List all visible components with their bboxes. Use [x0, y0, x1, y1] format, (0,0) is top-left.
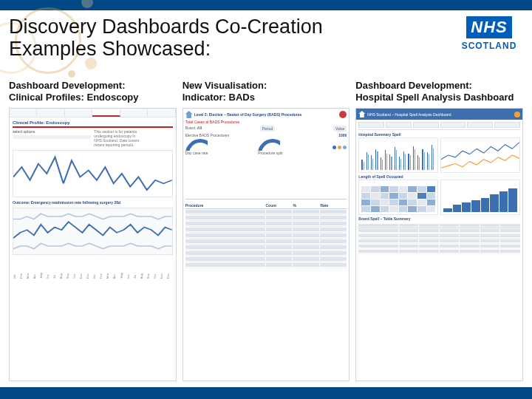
tab-home[interactable] [10, 109, 37, 117]
header-bar [0, 0, 532, 10]
table-title: Board Spell – Table Summary [358, 216, 520, 221]
section-title: Length of Spell Occupied [358, 174, 520, 179]
table-row [358, 244, 520, 249]
table-row [185, 221, 347, 227]
dropdown-placeholder[interactable] [13, 135, 91, 139]
panel-title: Clinical Profile: Endoscopy [13, 120, 173, 128]
table-row [185, 262, 347, 268]
table-row [358, 228, 520, 233]
status-face-icon [514, 112, 520, 117]
col2-heading: New Visualisation: Indicator: BADs [183, 80, 350, 103]
filter-cell[interactable] [494, 122, 520, 128]
nhs-logo-subtext: SCOTLAND [455, 41, 523, 51]
nhs-logo-box: NHS [466, 16, 511, 38]
column-bads: New Visualisation: Indicator: BADs Level… [183, 80, 350, 381]
filter-cell[interactable] [358, 122, 384, 128]
section-title: Hospital Summary Spell [358, 132, 520, 137]
sub-chart-title: Outcome: Emergency readmission rate foll… [13, 200, 173, 205]
chart-endoscopy-trend [13, 150, 173, 197]
table-row [185, 256, 347, 262]
table-row [358, 239, 520, 244]
legend-swatch-inpt [332, 146, 336, 149]
tab-context-indicator[interactable] [92, 109, 120, 117]
filter-cell[interactable] [413, 122, 439, 128]
title-line-1: Discovery Dashboards Co-Creation [9, 16, 323, 38]
table-row [358, 249, 520, 254]
gauge-row: Day case rate Procedure split [185, 139, 347, 155]
legend [332, 146, 347, 149]
gauge-procedure-split [258, 139, 280, 151]
x-axis-labels: JanFebMarAprMayJun JulAugSepOctNovDec Ja… [13, 258, 173, 279]
filter-cell[interactable] [386, 122, 412, 128]
home-icon[interactable] [185, 111, 193, 118]
value-pill[interactable]: Value [333, 126, 347, 132]
legend-swatch-daycase [338, 146, 341, 149]
column-clinical-profiles: Dashboard Development: Clinical Profiles… [9, 80, 177, 381]
table-row [185, 239, 347, 245]
table-row [185, 227, 347, 233]
col1-heading: Dashboard Development: Clinical Profiles… [9, 80, 177, 103]
tab-list[interactable] [120, 109, 148, 117]
thumbnail-spell-dashboard: NHS Scotland – Hospital Spell Analysis D… [355, 108, 523, 381]
page-title: Discovery Dashboards Co-Creation Example… [9, 16, 455, 60]
footer-bar [0, 387, 532, 399]
chart-spell-trend [440, 137, 520, 173]
info-text: This section is for patients undergoing … [94, 129, 172, 147]
nhs-scotland-logo: NHS SCOTLAND [455, 16, 523, 51]
chart-readmission-rate [13, 208, 173, 255]
col3-heading: Dashboard Development: Hospital Spell An… [355, 80, 523, 103]
options-note: select options [13, 129, 91, 134]
chart-bads-stacked-bars [185, 157, 347, 200]
gauge-day-case-rate [185, 139, 208, 151]
status-badge-icon [339, 111, 347, 118]
sub-title: Total Cases at BADS Procedures [185, 120, 347, 124]
table-row [185, 250, 347, 256]
chart-spell-bars [358, 137, 438, 173]
panel-title: NHS Scotland – Hospital Spell Analysis D… [367, 112, 451, 117]
board-spell-table [358, 223, 520, 254]
thumbnail-endoscopy-dashboard: Clinical Profile: Endoscopy select optio… [9, 108, 177, 381]
panel-title: Level 2: Elective – Basket of Day Surger… [194, 112, 338, 117]
tab-bar [10, 109, 176, 117]
table-row [185, 215, 347, 221]
period-pill[interactable]: Period [260, 126, 275, 132]
home-icon[interactable] [358, 111, 365, 117]
table-row [358, 233, 520, 239]
legend-swatch-other [343, 146, 347, 149]
thumbnail-bads-dashboard: Level 2: Elective – Basket of Day Surger… [183, 108, 350, 381]
table-row [185, 209, 347, 215]
stat-value: 1006 [338, 133, 347, 137]
tab-guidance[interactable] [148, 109, 175, 117]
chart-length-heatmap [358, 180, 438, 215]
table-row [185, 233, 347, 239]
column-hospital-spell: Dashboard Development: Hospital Spell An… [355, 80, 523, 381]
tab-utilisation[interactable] [37, 109, 64, 117]
procedure-table: Procedure Count % Rate [185, 202, 347, 268]
filter-cell[interactable] [467, 122, 493, 128]
chart-length-stack [440, 180, 520, 215]
table-row [185, 245, 347, 250]
filter-row [358, 122, 520, 130]
tab-bed-summary[interactable] [65, 109, 92, 117]
title-line-2: Examples Showcased: [9, 38, 211, 60]
filter-cell[interactable] [440, 122, 466, 128]
